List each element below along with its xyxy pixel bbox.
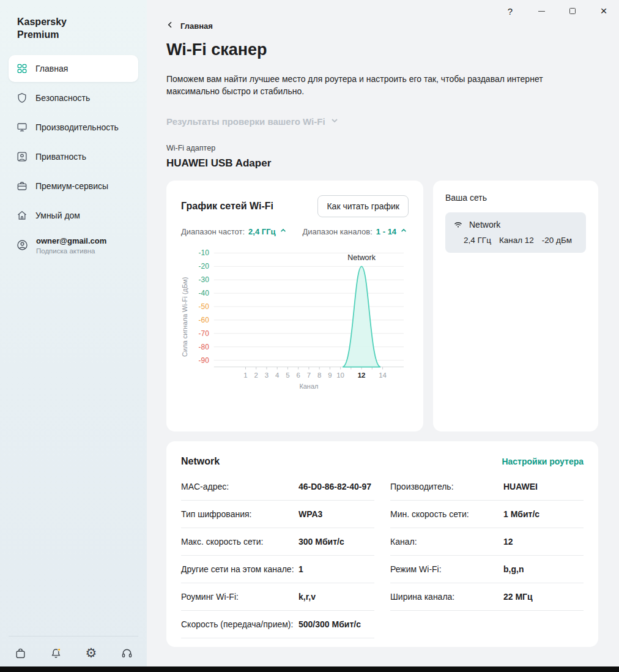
sidebar-item-premium-services[interactable]: Премиум-сервисы <box>9 173 138 200</box>
svg-text:-90: -90 <box>199 356 210 364</box>
svg-text:-10: -10 <box>199 248 210 257</box>
sidebar-item-label: Производительность <box>35 122 119 132</box>
sidebar-item-smart-home[interactable]: Умный дом <box>9 202 138 229</box>
wifi-icon <box>453 219 464 230</box>
chevron-up-icon <box>280 227 287 236</box>
detail-row-min-speed: Мин. скорость сети: 1 Мбит/с <box>390 501 584 528</box>
chevron-up-icon <box>400 227 407 236</box>
sidebar-item-performance[interactable]: Производительность <box>9 114 138 141</box>
sidebar-spacer <box>9 259 138 636</box>
how-to-read-chart-button[interactable]: Как читать график <box>317 195 409 217</box>
svg-text:5: 5 <box>286 371 289 379</box>
maximize-button[interactable] <box>568 6 577 17</box>
svg-text:-40: -40 <box>199 289 210 297</box>
chevron-left-icon <box>166 21 174 31</box>
detail-row-mac: MAC-адрес: 46-D0-86-82-40-97 <box>181 473 374 501</box>
svg-text:-70: -70 <box>199 329 210 337</box>
frequency-range-dropdown[interactable]: Диапазон частот: 2,4 ГГц <box>181 227 287 236</box>
main-content: ? × Главная Wi-Fi сканер Поможем вам най… <box>147 0 619 672</box>
account-item[interactable]: owner@gmail.com Подписка активна <box>9 231 138 259</box>
page-title: Wi-Fi сканер <box>166 40 598 59</box>
svg-text:Network: Network <box>347 253 376 262</box>
detail-row-other-networks: Другие сети на этом канале: 1 <box>181 556 374 583</box>
window-controls: ? × <box>506 6 608 17</box>
close-icon: × <box>600 7 607 15</box>
minimize-icon <box>538 11 545 12</box>
support-headset-icon[interactable] <box>120 646 133 660</box>
adapter-label: Wi-Fi адаптер <box>166 144 598 152</box>
sidebar-item-security[interactable]: Безопасность <box>9 84 138 111</box>
detail-row-vendor: Производитель: HUAWEI <box>390 473 584 501</box>
adapter-name: HUAWEI USB Adaper <box>166 157 598 170</box>
svg-text:Канал: Канал <box>299 383 318 390</box>
detail-row-channel: Канал: 12 <box>390 528 584 556</box>
wifi-chart-card: График сетей Wi-Fi Как читать график Диа… <box>166 181 423 431</box>
chevron-down-icon <box>330 116 339 127</box>
svg-text:10: 10 <box>336 371 344 379</box>
minimize-button[interactable] <box>537 6 546 17</box>
help-button[interactable]: ? <box>506 6 514 17</box>
settings-gear-icon[interactable]: ⚙ <box>84 646 98 660</box>
svg-text:7: 7 <box>307 371 311 379</box>
close-button[interactable]: × <box>599 6 608 17</box>
breadcrumb-back[interactable]: Главная <box>166 21 213 31</box>
sidebar-item-label: Главная <box>35 64 68 73</box>
sidebar-nav: Главная Безопасность Производительность <box>9 55 138 229</box>
chart-y-axis-title: Сила сигнала Wi-Fi (дБм) <box>181 247 190 387</box>
sidebar-footer: ⚙ <box>9 636 138 661</box>
cards-row: График сетей Wi-Fi Как читать график Диа… <box>166 181 598 431</box>
wifi-check-results-toggle[interactable]: Результаты проверки вашего Wi-Fi <box>166 116 339 127</box>
svg-text:6: 6 <box>296 371 300 379</box>
notifications-bell-icon[interactable] <box>49 646 62 660</box>
svg-text:4: 4 <box>275 371 280 379</box>
svg-text:-20: -20 <box>199 262 210 271</box>
details-column-left: MAC-адрес: 46-D0-86-82-40-97 Тип шифрова… <box>181 473 374 638</box>
your-network-card: Ваша сеть Network 2,4 ГГц Канал <box>433 181 598 431</box>
briefcase-icon <box>16 180 28 192</box>
sidebar-item-privacy[interactable]: Приватность <box>9 143 138 170</box>
network-signal: -20 дБм <box>542 236 572 245</box>
network-list-item[interactable]: Network 2,4 ГГц Канал 12 -20 дБм <box>445 212 586 253</box>
monitor-icon <box>16 121 28 133</box>
channel-range-value: 1 - 14 <box>376 227 396 236</box>
store-bag-icon[interactable] <box>13 646 27 660</box>
dashboard-icon <box>16 62 28 75</box>
detail-row-wifi-mode: Режим Wi-Fi: b,g,n <box>390 556 584 583</box>
svg-text:1: 1 <box>243 371 247 379</box>
network-details-title: Network <box>181 456 220 467</box>
svg-text:8: 8 <box>317 371 321 379</box>
sidebar-item-label: Умный дом <box>35 211 80 220</box>
svg-text:2: 2 <box>254 371 258 379</box>
maximize-icon <box>569 8 576 14</box>
network-channel: Канал 12 <box>499 236 534 245</box>
sidebar-item-home[interactable]: Главная <box>9 55 138 82</box>
notification-dot <box>57 648 60 651</box>
account-email: owner@gmail.com <box>36 236 106 245</box>
svg-text:-30: -30 <box>199 275 210 284</box>
avatar-icon <box>16 239 29 252</box>
frequency-range-value: 2,4 ГГц <box>248 227 275 236</box>
app-window: Kaspersky Premium Главная Безопасность <box>0 0 619 672</box>
svg-text:3: 3 <box>265 371 269 379</box>
bottom-window-strip <box>0 666 619 672</box>
privacy-badge-icon <box>16 151 28 163</box>
sidebar: Kaspersky Premium Главная Безопасность <box>0 0 147 672</box>
sidebar-item-label: Премиум-сервисы <box>35 181 108 191</box>
your-network-title: Ваша сеть <box>445 193 586 203</box>
subscription-status: Подписка активна <box>36 247 106 255</box>
page-description: Поможем вам найти лучшее место для роуте… <box>166 73 593 98</box>
network-details-card: Network Настройки роутера MAC-адрес: 46-… <box>166 441 598 647</box>
network-frequency: 2,4 ГГц <box>464 236 491 245</box>
svg-text:-60: -60 <box>199 315 210 324</box>
channel-range-dropdown[interactable]: Диапазон каналов: 1 - 14 <box>303 227 408 236</box>
detail-row-channel-width: Ширина канала: 22 МГц <box>390 583 584 611</box>
chart-title: График сетей Wi-Fi <box>181 201 273 212</box>
router-settings-link[interactable]: Настройки роутера <box>502 457 584 466</box>
network-name: Network <box>469 220 500 230</box>
wifi-signal-chart: Сила сигнала Wi-Fi (дБм) -10-20-30-40-50… <box>181 240 409 394</box>
svg-text:12: 12 <box>358 371 366 379</box>
svg-text:14: 14 <box>379 371 387 379</box>
svg-text:-50: -50 <box>199 302 210 311</box>
back-label: Главная <box>180 21 213 31</box>
house-icon <box>16 209 28 222</box>
